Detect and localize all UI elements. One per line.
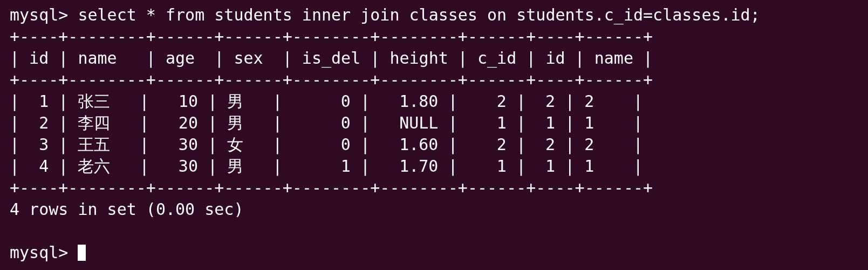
table-border: +----+--------+------+------+--------+--…: [10, 27, 653, 46]
table-border: +----+--------+------+------+--------+--…: [10, 70, 653, 89]
terminal-output: mysql> select * from students inner join…: [0, 0, 868, 270]
table-border: +----+--------+------+------+--------+--…: [10, 178, 653, 197]
table-row: | 1 | 张三 | 10 | 男 | 0 | 1.80 | 2 | 2 | 2…: [10, 92, 643, 111]
sql-query: select * from students inner join classe…: [78, 5, 760, 24]
mysql-prompt: mysql>: [10, 5, 78, 24]
table-row: | 2 | 李四 | 20 | 男 | 0 | NULL | 1 | 1 | 1…: [10, 113, 643, 132]
table-row: | 3 | 王五 | 30 | 女 | 0 | 1.60 | 2 | 2 | 2…: [10, 135, 643, 154]
table-row: | 4 | 老六 | 30 | 男 | 1 | 1.70 | 1 | 1 | 1…: [10, 157, 643, 176]
cursor-icon: [78, 245, 86, 261]
table-header: | id | name | age | sex | is_del | heigh…: [10, 49, 653, 68]
mysql-prompt[interactable]: mysql>: [10, 243, 78, 262]
result-summary: 4 rows in set (0.00 sec): [10, 200, 243, 219]
